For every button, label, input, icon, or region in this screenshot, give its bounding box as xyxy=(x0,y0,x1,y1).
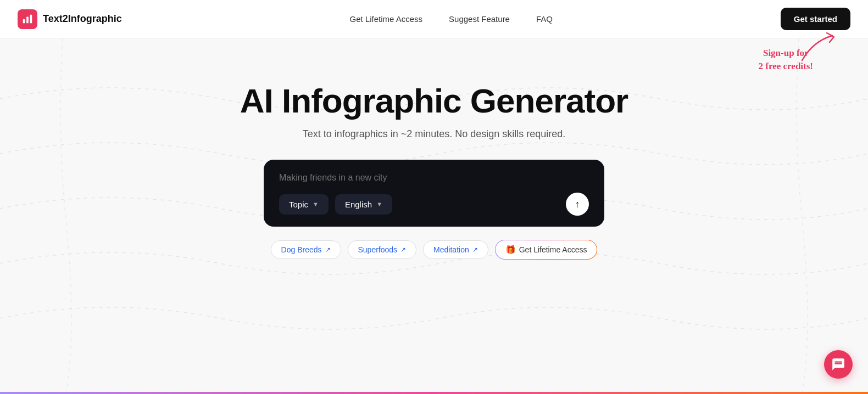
submit-button[interactable]: ↑ xyxy=(566,193,589,216)
chip-arrow-icon: ↗ xyxy=(472,246,478,254)
chip-dog-breeds[interactable]: Dog Breeds ↗ xyxy=(271,240,341,259)
chip-meditation[interactable]: Meditation ↗ xyxy=(423,240,488,259)
submit-arrow-icon: ↑ xyxy=(575,199,580,210)
gift-icon: 🎁 xyxy=(505,245,516,255)
input-box: Topic ▼ English ▼ ↑ xyxy=(264,160,604,227)
navbar-cta: Get started xyxy=(781,8,850,30)
nav-link-faq[interactable]: FAQ xyxy=(536,14,553,24)
chip-arrow-icon: ↗ xyxy=(325,246,331,254)
logo-text: Text2Infographic xyxy=(43,13,122,25)
logo-icon xyxy=(18,9,37,29)
language-dropdown[interactable]: English ▼ xyxy=(335,194,392,215)
navbar-links: Get Lifetime Access Suggest Feature FAQ xyxy=(350,14,553,24)
input-dropdowns: Topic ▼ English ▼ xyxy=(279,194,392,215)
svg-rect-1 xyxy=(26,16,29,23)
chip-lifetime-access[interactable]: 🎁 Get Lifetime Access xyxy=(495,240,598,260)
input-controls: Topic ▼ English ▼ ↑ xyxy=(279,193,589,216)
topic-dropdown[interactable]: Topic ▼ xyxy=(279,194,329,215)
nav-link-lifetime[interactable]: Get Lifetime Access xyxy=(350,14,423,24)
chat-bubble-button[interactable] xyxy=(824,350,853,379)
topic-input[interactable] xyxy=(279,173,589,183)
svg-rect-0 xyxy=(23,19,25,23)
chip-arrow-icon: ↗ xyxy=(400,246,406,254)
language-chevron-icon: ▼ xyxy=(376,201,382,207)
chip-superfoods[interactable]: Superfoods ↗ xyxy=(348,240,417,259)
hero-subtitle: Text to infographics in ~2 minutes. No d… xyxy=(303,128,566,140)
bottom-bar xyxy=(0,392,868,394)
signup-annotation: Sign-up for 2 free credits! xyxy=(759,47,813,73)
hero-title: AI Infographic Generator xyxy=(240,82,628,120)
annotation-arrow xyxy=(797,30,841,65)
example-chips: Dog Breeds ↗ Superfoods ↗ Meditation ↗ 🎁… xyxy=(271,240,598,260)
navbar: Text2Infographic Get Lifetime Access Sug… xyxy=(0,0,868,38)
svg-rect-2 xyxy=(30,14,32,23)
get-started-button[interactable]: Get started xyxy=(781,8,850,30)
topic-chevron-icon: ▼ xyxy=(313,201,319,207)
logo[interactable]: Text2Infographic xyxy=(18,9,122,29)
main-content: AI Infographic Generator Text to infogra… xyxy=(0,38,868,260)
nav-link-suggest[interactable]: Suggest Feature xyxy=(449,14,510,24)
